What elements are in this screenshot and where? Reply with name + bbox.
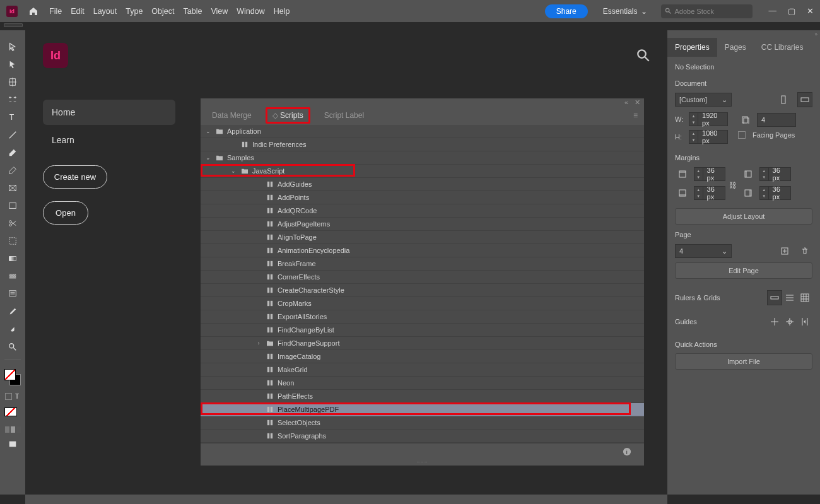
page-tool[interactable] [4, 76, 21, 88]
maximize-icon[interactable]: ▢ [788, 6, 795, 16]
collapse-icon[interactable]: « [624, 98, 628, 106]
close-icon[interactable]: ✕ [807, 6, 814, 16]
screen-mode-tool[interactable] [4, 438, 21, 450]
menu-edit[interactable]: Edit [71, 7, 85, 16]
gradient-feather-tool[interactable] [4, 270, 21, 283]
height-input[interactable]: ▲▼1080 px [689, 130, 728, 144]
tree-row[interactable]: ⌄Application [201, 125, 644, 138]
edit-page-button[interactable]: Edit Page [675, 262, 812, 279]
minimize-icon[interactable]: — [769, 6, 777, 16]
nav-home[interactable]: Home [43, 100, 175, 125]
note-tool[interactable] [4, 288, 21, 300]
default-fill-stroke-icon[interactable] [4, 407, 21, 419]
expand-arrow-icon[interactable]: ⌄ [204, 128, 212, 134]
menu-object[interactable]: Object [151, 7, 174, 16]
fill-stroke-swatch[interactable] [4, 369, 21, 385]
panel-resize-handle[interactable]: ┄┄┄ [201, 459, 644, 466]
pencil-tool[interactable] [4, 164, 21, 177]
tree-row[interactable]: PlaceMultipagePDF [201, 403, 644, 416]
scripts-tree[interactable]: ⌄ApplicationIndic Preferences⌄Samples⌄Ja… [201, 125, 644, 444]
tree-row[interactable]: FindChangeByList [201, 324, 644, 337]
new-page-icon[interactable] [777, 243, 792, 259]
expand-arrow-icon[interactable]: ⌄ [204, 155, 212, 161]
import-file-button[interactable]: Import File [675, 353, 812, 370]
tree-row[interactable]: AddQRCode [201, 204, 644, 218]
collapse-icon[interactable]: » [815, 32, 817, 38]
adjust-layout-button[interactable]: Adjust Layout [675, 208, 812, 225]
tree-row[interactable]: CornerEffects [201, 271, 644, 284]
margin-bottom-input[interactable]: ▲▼36 px [694, 186, 725, 200]
gap-tool[interactable] [4, 93, 21, 106]
orientation-portrait-icon[interactable] [776, 92, 791, 107]
page-dropdown[interactable]: 4⌄ [675, 244, 732, 258]
tree-row[interactable]: AlignToPage [201, 231, 644, 244]
tree-row[interactable]: SelectObjects [201, 416, 644, 430]
tree-row[interactable]: PathEffects [201, 390, 644, 403]
tab-data-merge[interactable]: Data Merge [207, 108, 257, 122]
nav-learn[interactable]: Learn [43, 127, 175, 153]
tree-row[interactable]: SortParagraphs [201, 430, 644, 443]
panel-grip[interactable] [4, 23, 23, 27]
menu-layout[interactable]: Layout [93, 7, 117, 16]
menu-file[interactable]: File [49, 7, 62, 16]
rectangle-frame-tool[interactable] [4, 182, 21, 194]
link-margins-icon[interactable]: ⛓ [729, 181, 737, 190]
menu-table[interactable]: Table [183, 7, 202, 16]
workspace-switcher[interactable]: Essentials⌄ [603, 7, 647, 16]
scissors-tool[interactable] [4, 217, 21, 230]
rectangle-tool[interactable] [4, 199, 21, 212]
margin-left-input[interactable]: ▲▼36 px [759, 167, 791, 181]
baseline-grid-icon[interactable] [782, 290, 797, 305]
tab-properties[interactable]: Properties [667, 38, 717, 57]
preset-dropdown[interactable]: [Custom]⌄ [675, 93, 732, 107]
menu-window[interactable]: Window [237, 7, 264, 16]
expand-arrow-icon[interactable]: › [255, 340, 262, 346]
facing-pages-checkbox[interactable] [738, 131, 746, 139]
gradient-swatch-tool[interactable] [4, 252, 21, 265]
direct-selection-tool[interactable] [4, 58, 21, 71]
panel-close-icon[interactable]: ✕ [635, 98, 640, 107]
tree-row[interactable]: AddPoints [201, 191, 644, 204]
gradient-button-row[interactable] [5, 426, 21, 433]
delete-page-icon[interactable] [797, 243, 812, 259]
eyedropper-tool[interactable] [4, 305, 21, 318]
selection-tool[interactable] [4, 40, 21, 53]
zoom-tool[interactable] [4, 341, 21, 353]
expand-arrow-icon[interactable]: ⌄ [230, 168, 237, 174]
tree-row[interactable]: AddGuides [201, 178, 644, 191]
tree-row[interactable]: AnimationEncyclopedia [201, 244, 644, 257]
line-tool[interactable] [4, 129, 21, 141]
tree-row[interactable]: MakeGrid [201, 363, 644, 377]
pen-tool[interactable] [4, 146, 21, 159]
tab-pages[interactable]: Pages [717, 38, 754, 57]
adobe-stock-search[interactable]: Adobe Stock [661, 4, 753, 18]
tree-row[interactable]: ⌄Samples [201, 151, 644, 165]
margin-right-input[interactable]: ▲▼36 px [759, 186, 791, 200]
tree-row[interactable]: Indic Preferences [201, 138, 644, 151]
create-new-button[interactable]: Create new [43, 165, 107, 189]
document-grid-icon[interactable] [797, 290, 812, 305]
menu-type[interactable]: Type [126, 7, 143, 16]
tree-row[interactable]: ExportAllStories [201, 310, 644, 324]
orientation-landscape-icon[interactable] [797, 92, 812, 107]
open-button[interactable]: Open [43, 201, 88, 225]
share-button[interactable]: Share [545, 4, 588, 18]
tree-row[interactable]: BreakFrame [201, 257, 644, 271]
smart-guide-icon[interactable] [797, 314, 812, 329]
tree-row[interactable]: AdjustPageItems [201, 218, 644, 231]
apply-container-icon[interactable] [5, 393, 12, 400]
margin-top-input[interactable]: ▲▼36 px [694, 167, 725, 181]
pages-input[interactable]: 4 [757, 113, 796, 127]
tab-script-label[interactable]: Script Label [319, 108, 369, 122]
width-input[interactable]: ▲▼1920 px [689, 112, 728, 126]
guide-view-icon[interactable] [767, 314, 782, 329]
free-transform-tool[interactable] [4, 235, 21, 247]
menu-help[interactable]: Help [274, 7, 290, 16]
tree-row[interactable]: ImageCatalog [201, 350, 644, 363]
hand-tool[interactable] [4, 323, 21, 336]
info-icon[interactable]: i [623, 447, 631, 456]
ruler-icon[interactable] [767, 290, 782, 305]
tree-row[interactable]: CropMarks [201, 297, 644, 310]
search-icon[interactable] [637, 49, 650, 62]
guide-snap-icon[interactable] [782, 314, 797, 329]
